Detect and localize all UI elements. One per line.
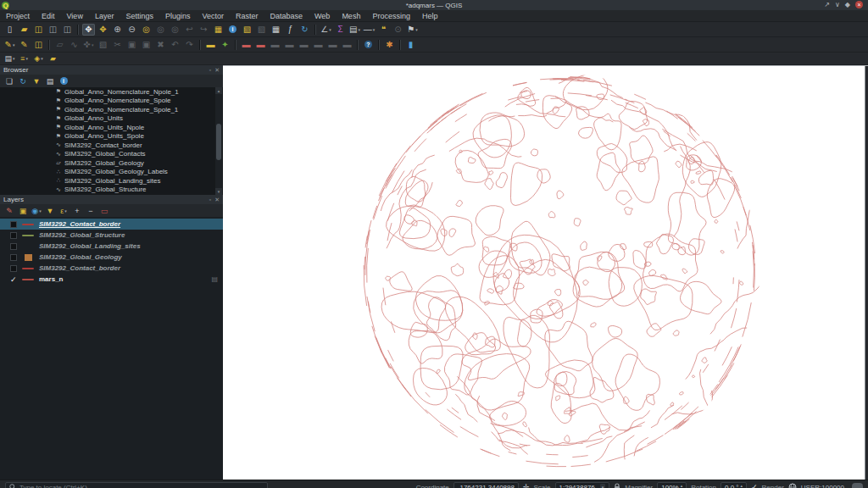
dock-panel-icon[interactable]: ▮ — [404, 39, 417, 51]
zoom-to-selection-icon[interactable]: ◎ — [154, 24, 167, 36]
touch-tool-icon[interactable]: ✱ — [383, 39, 396, 51]
move-label-icon[interactable]: ▬ — [269, 39, 281, 51]
undock-panel-icon[interactable]: ▫ — [209, 67, 211, 74]
browser-item[interactable]: ⚑Global_Anno_Units_Spole — [0, 132, 223, 141]
annotation-icon[interactable]: —▾ — [363, 24, 376, 36]
menu-settings[interactable]: Settings — [120, 12, 159, 20]
layer-row[interactable]: ✓mars_n▤ — [0, 274, 223, 285]
zoom-full-icon[interactable]: ◎ — [140, 24, 153, 36]
digitize-line-icon[interactable]: ∿ — [68, 39, 81, 51]
select-features-icon[interactable]: ▧ — [241, 24, 253, 36]
layer-indicator-icon[interactable]: ▤ — [211, 275, 218, 283]
save-layer-edits-icon[interactable]: ◫ — [32, 39, 45, 51]
zoom-last-icon[interactable]: ↩ — [183, 24, 196, 36]
help-icon[interactable]: ? — [362, 39, 375, 51]
layer-row[interactable]: SIM3292_Global_Landing_sites — [0, 241, 223, 252]
pan-to-selection-icon[interactable]: ✥ — [97, 24, 109, 36]
new-geopackage-layer-icon[interactable]: ◈▾ — [32, 53, 45, 64]
browser-info-icon[interactable]: i — [58, 75, 70, 86]
lock-icon[interactable] — [614, 483, 620, 488]
modify-attributes-icon[interactable]: ▧ — [97, 39, 109, 51]
zoom-to-layer-icon[interactable]: ◎ — [169, 24, 181, 36]
zoom-next-icon[interactable]: ↪ — [198, 24, 210, 36]
close-panel-icon[interactable]: ✕ — [214, 197, 220, 203]
delete-selected-icon[interactable]: ✖ — [154, 39, 167, 51]
close-panel-icon[interactable]: ✕ — [214, 67, 220, 74]
data-source-manager-icon[interactable]: ▤▾ — [3, 53, 16, 64]
menu-view[interactable]: View — [61, 12, 89, 20]
menu-edit[interactable]: Edit — [36, 12, 61, 20]
label-anchor-icon[interactable]: ▬ — [326, 39, 339, 51]
measure-icon[interactable]: ∠▾ — [320, 24, 332, 36]
label-callout-icon[interactable]: ▬ — [341, 39, 353, 51]
locator-search-input[interactable]: Type to locate (Ctrl+K) — [5, 482, 268, 488]
zoom-out-icon[interactable]: ⊖ — [125, 24, 138, 36]
layer-diagram-icon[interactable]: ✦ — [219, 39, 231, 51]
statistics-icon[interactable]: Σ — [334, 24, 347, 36]
layer-visibility-checkbox[interactable] — [10, 221, 17, 228]
map-tips-icon[interactable]: ❝ — [377, 24, 390, 36]
crs-globe-icon[interactable] — [788, 483, 797, 488]
expand-all-icon[interactable]: + — [71, 205, 83, 216]
browser-item[interactable]: ⚑Global_Anno_Units_Npole — [0, 123, 223, 132]
extent-toggle-icon[interactable]: ✛ — [523, 483, 530, 488]
keep-above-icon[interactable]: ↗ — [824, 1, 830, 9]
paste-features-icon[interactable]: ▣ — [140, 39, 153, 51]
magnifier-spinbox[interactable]: 100% ▴▾ — [657, 482, 687, 488]
rotate-label-icon[interactable]: ▬ — [283, 39, 296, 51]
save-project-as-icon[interactable]: ◫ — [47, 24, 59, 36]
collapsed-panel-strip[interactable] — [865, 66, 868, 480]
curved-label-icon[interactable]: ▬ — [312, 39, 325, 51]
add-selected-layers-icon[interactable]: ❏ — [3, 75, 15, 86]
pin-labels-icon[interactable]: ▬ — [240, 39, 253, 51]
add-group-icon[interactable]: ▣ — [17, 205, 29, 216]
render-checkbox[interactable]: ✓ — [751, 483, 758, 488]
menu-mesh[interactable]: Mesh — [336, 12, 366, 20]
menu-processing[interactable]: Processing — [366, 12, 416, 20]
refresh-map-icon[interactable]: ↻ — [298, 24, 311, 36]
layer-visibility-checkbox[interactable]: ✓ — [10, 276, 17, 283]
browser-item[interactable]: ∿SIM3292_Contact_border — [0, 141, 223, 150]
browser-item[interactable]: ∴SIM3292_Global_Geology_Labels — [0, 168, 223, 177]
menu-raster[interactable]: Raster — [230, 12, 264, 20]
layer-row[interactable]: SIM3292_Contact_border — [0, 263, 223, 274]
browser-item[interactable]: ⚑Global_Anno_Nomenclature_Npole_1 — [0, 87, 223, 97]
pan-map-icon[interactable]: ✥ — [82, 24, 95, 36]
layer-visibility-checkbox[interactable] — [10, 254, 17, 261]
attribute-table-icon[interactable]: ▦ — [270, 24, 282, 36]
layer-labeling-icon[interactable]: ▬ — [204, 39, 217, 51]
crs-button[interactable]: USER:100000 — [801, 484, 844, 488]
new-shapefile-layer-icon[interactable]: ▰ — [47, 53, 59, 64]
filter-legend-icon[interactable]: ▼ — [44, 205, 56, 216]
map-canvas[interactable] — [223, 65, 868, 480]
scroll-up-icon[interactable]: ▴ — [215, 87, 222, 94]
layer-visibility-checkbox[interactable] — [10, 232, 17, 239]
cut-features-icon[interactable]: ✂ — [111, 39, 124, 51]
toggle-editing-icon[interactable]: ✎ — [18, 39, 31, 51]
vertex-tool-icon[interactable]: ✜▾ — [82, 39, 95, 51]
rotation-spinbox[interactable]: 0.0 ° ▴▾ — [721, 482, 747, 488]
add-layer-menu-icon[interactable]: ≡▾ — [18, 53, 31, 64]
browser-item[interactable]: ⚑Global_Anno_Nomenclature_Spole — [0, 97, 223, 106]
layout-manager-icon[interactable]: ▤▾ — [348, 24, 361, 36]
messages-bubble-icon[interactable] — [852, 483, 863, 488]
save-as-template-icon[interactable]: ◫ — [61, 24, 74, 36]
spinner-arrows-icon[interactable]: ▴▾ — [741, 484, 743, 488]
undock-panel-icon[interactable]: ▫ — [209, 197, 211, 203]
digitize-polygon-icon[interactable]: ▱ — [53, 39, 66, 51]
refresh-browser-icon[interactable]: ↻ — [17, 75, 29, 86]
undo-icon[interactable]: ↶ — [169, 39, 181, 51]
pin-icon[interactable]: ◆ — [845, 1, 850, 9]
browser-item[interactable]: ∴SIM3292_Global_Landing_sites — [0, 176, 223, 186]
menu-plugins[interactable]: Plugins — [159, 12, 197, 20]
browser-item[interactable]: ∿SIM3292_Global_Contacts — [0, 150, 223, 159]
browser-item[interactable]: ⚑Global_Anno_Nomenclature_Spole_1 — [0, 105, 223, 114]
zoom-native-icon[interactable]: ⊙ — [392, 24, 404, 36]
highlight-labels-icon[interactable]: ▬ — [254, 39, 267, 51]
spinner-arrows-icon[interactable]: ▴▾ — [681, 484, 683, 488]
close-icon[interactable]: × — [855, 1, 863, 8]
menu-help[interactable]: Help — [416, 12, 444, 20]
scale-combo[interactable]: 1:29438876 ▾ — [555, 482, 610, 488]
layer-styling-icon[interactable]: ✎ — [3, 205, 15, 216]
browser-item[interactable]: ⚑ — [0, 194, 223, 195]
